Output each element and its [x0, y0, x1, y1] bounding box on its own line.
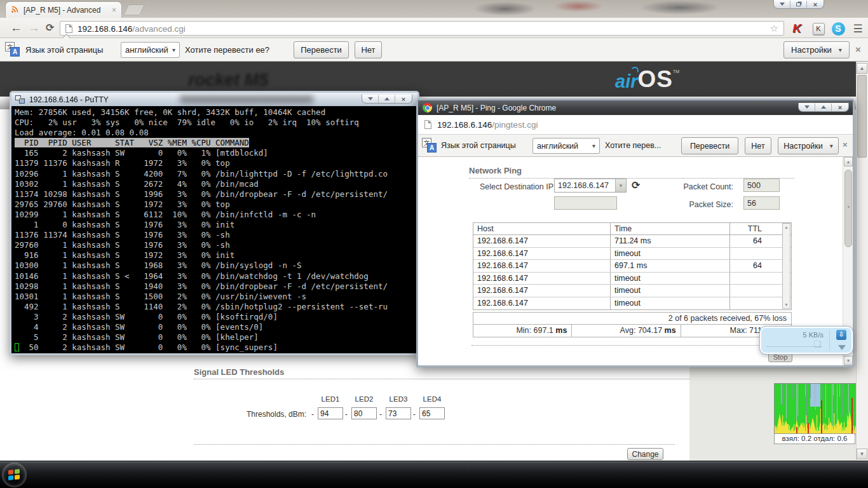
network-speed-popup[interactable]: 5 KB/s ⇩ ❏ — [760, 327, 853, 354]
no-button[interactable]: Нет — [745, 137, 771, 154]
packet-count-label: Packet Count: — [654, 182, 733, 191]
terminal-line: 11374 10298 kashsash S 1996 3% 0% /bin/d… — [15, 189, 417, 200]
host-cell: 192.168.6.147 — [473, 297, 611, 310]
table-body: 192.168.6.147711.24 ms64192.168.6.147tim… — [473, 235, 791, 309]
scroll-down-icon[interactable]: ▼ — [844, 356, 853, 365]
back-button[interactable]: ← — [10, 20, 22, 36]
windows-flag-icon — [8, 469, 20, 480]
language-select[interactable]: английский▾ — [532, 138, 600, 154]
host-cell: 192.168.6.147 — [473, 235, 611, 247]
terminal-line: 5 2 kashsash SW 0 0% 0% [khelper] — [15, 332, 417, 342]
terminal-line: CPU: 2% usr 3% sys 0% nice 79% idle 0% i… — [15, 118, 417, 128]
terminal-line: 3 2 kashsash SW 0 0% 0% [ksoftirqd/0] — [15, 312, 417, 322]
host-cell: 192.168.6.147 — [473, 260, 611, 272]
translate-button[interactable]: Перевести — [681, 137, 738, 154]
terminal-line: 29760 1 kashsash S 1976 3% 0% -sh — [15, 240, 417, 250]
scrollbar-thumb[interactable] — [844, 170, 852, 247]
column-header: Host — [473, 223, 611, 234]
start-button[interactable] — [2, 463, 27, 487]
minus-sign: - — [311, 410, 314, 419]
destination-ip-select[interactable]: 192.168.6.147▾ — [554, 179, 627, 193]
packet-size-label: Packet Size: — [654, 200, 733, 209]
terminal-output[interactable]: Mem: 27856K used, 34156K free, 0K shrd, … — [11, 106, 417, 353]
minus-sign: - — [413, 410, 416, 419]
translate-close-icon[interactable]: × — [855, 44, 861, 55]
terminal-line: 4 2 kashsash SW 0 0% 0% [events/0] — [15, 322, 417, 332]
chrome-menu-icon[interactable]: ☰ — [850, 21, 865, 36]
scroll-up-icon[interactable]: ▲ — [857, 63, 867, 74]
custom-ip-input[interactable] — [554, 196, 617, 210]
scrollbar-thumb[interactable] — [857, 75, 867, 158]
url-path: /advanced.cgi — [132, 24, 185, 34]
putty-title-bar[interactable]: ⚡ 192.168.6.146 - PuTTY × — [11, 93, 417, 106]
settings-button[interactable]: Настройки▾ — [783, 41, 850, 58]
terminal-line: 10301 1 kashsash S 1500 2% 0% /usr/bin/i… — [15, 292, 417, 302]
scroll-down-icon[interactable]: ▼ — [784, 302, 789, 307]
no-button[interactable]: Нет — [355, 41, 382, 58]
led2-threshold-input[interactable] — [351, 407, 377, 419]
browser-tab-advanced[interactable]: [AP_R M5] - Advanced × — [5, 1, 122, 18]
scroll-down-icon[interactable]: ▼ — [857, 449, 867, 459]
table-scrollbar[interactable]: ▲ ▼ — [782, 223, 790, 309]
reload-button[interactable]: ⟳ — [46, 20, 54, 36]
terminal-line: 10299 1 kashsash S 6112 10% 0% /bin/infc… — [15, 210, 417, 220]
section-divider — [471, 345, 793, 346]
ping-address-bar[interactable]: 192.168.6.146/pingtest.cgi — [418, 115, 853, 135]
address-bar[interactable]: 192.168.6.146/advanced.cgi ☆ — [60, 21, 784, 36]
scroll-up-icon[interactable]: ▲ — [784, 225, 789, 229]
terminal-line: 165 2 kashsash SW 0 0% 1% [mtdblockd] — [15, 148, 417, 158]
terminal-line: 10300 1 kashsash S 1968 3% 0% /bin/syslo… — [15, 261, 417, 271]
translate-question: Хотите перев... — [605, 141, 661, 150]
skype-extension-icon[interactable]: S — [831, 21, 846, 36]
camera-icon: ❏ — [813, 339, 821, 349]
restore-button[interactable] — [790, 1, 807, 8]
translate-button[interactable]: Перевести — [294, 41, 349, 58]
refresh-icon[interactable]: ⟳ — [632, 180, 640, 191]
kaspersky-extension-icon[interactable]: K — [789, 21, 804, 36]
chevron-down-icon[interactable]: ▾ — [615, 179, 626, 192]
led4-threshold-input[interactable] — [419, 407, 445, 419]
ping-results-table: HostTimeTTL 192.168.6.147711.24 ms64192.… — [473, 222, 792, 310]
settings-button[interactable]: Настройки▾ — [778, 137, 839, 154]
download-icon[interactable]: ⇩ — [836, 330, 846, 340]
time-cell: timeout — [611, 248, 730, 260]
maximize-button[interactable] — [379, 95, 395, 103]
stats-row: Min: 697.1 ms Avg: 704.17 ms Max: 711.24… — [473, 325, 792, 337]
chrome-icon — [423, 103, 432, 112]
airos-favicon-icon — [11, 4, 19, 16]
ping-translate-bar: 文A Язык этой страницы английский▾ Хотите… — [418, 135, 853, 157]
url-path: /pingtest.cgi — [492, 120, 538, 130]
keyboard-extension-icon[interactable]: K — [811, 21, 826, 36]
scroll-up-icon[interactable]: ▲ — [844, 157, 853, 166]
change-button[interactable]: Change — [627, 448, 663, 460]
packet-count-input[interactable] — [743, 179, 780, 192]
chevron-down-icon[interactable] — [838, 345, 846, 350]
terminal-line: 50 2 kashsash SW 0 0% 0% [sync_supers] — [15, 342, 417, 353]
led1-threshold-input[interactable] — [318, 407, 343, 419]
forward-button[interactable]: → — [28, 20, 40, 36]
terminal-line: 10146 1 kashsash S < 1964 3% 0% /bin/wat… — [15, 271, 417, 281]
close-button[interactable]: × — [807, 1, 824, 8]
ping-window-controls: × — [798, 103, 849, 112]
minimize-button[interactable] — [774, 1, 790, 8]
minimize-button[interactable] — [799, 104, 815, 111]
ping-title-bar[interactable]: [AP_R M5] - Ping - Google Chrome × — [418, 100, 853, 115]
divider — [829, 330, 830, 351]
bookmark-star-icon[interactable]: ☆ — [770, 23, 778, 34]
time-cell: 711.24 ms — [611, 235, 730, 247]
led3-threshold-input[interactable] — [386, 407, 411, 419]
putty-window[interactable]: ⚡ 192.168.6.146 - PuTTY × Mem: 27856K us… — [10, 91, 419, 355]
translate-close-icon[interactable]: × — [843, 140, 848, 149]
tab-close-icon[interactable]: × — [112, 6, 116, 14]
minimize-button[interactable] — [362, 95, 379, 103]
close-button[interactable]: × — [395, 95, 412, 103]
terminal-line: Load average: 0.01 0.08 0.08 — [15, 128, 417, 138]
section-divider — [194, 444, 675, 445]
host-cell: 192.168.6.147 — [473, 285, 611, 297]
maximize-button[interactable] — [815, 104, 832, 111]
language-select[interactable]: английский▾ — [121, 42, 180, 58]
new-tab-button[interactable] — [123, 4, 145, 15]
close-button[interactable]: × — [832, 104, 848, 111]
terminal-line: 916 1 kashsash S 1972 3% 0% init — [15, 250, 417, 261]
packet-size-input[interactable] — [743, 196, 780, 210]
